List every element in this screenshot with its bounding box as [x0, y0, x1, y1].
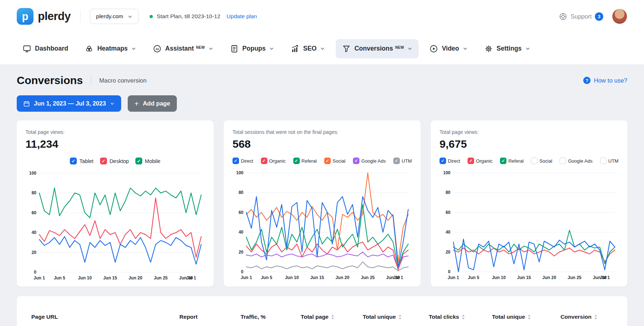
- checkbox-checked-icon[interactable]: ✓: [393, 158, 400, 164]
- support-label: Support: [571, 13, 592, 20]
- filter-label: Organic: [476, 158, 493, 164]
- nav-heatmaps[interactable]: Heatmaps: [79, 40, 142, 58]
- checkbox-checked-icon[interactable]: ✓: [468, 158, 474, 164]
- nav-label: SEO: [303, 45, 317, 52]
- nav-dashboard[interactable]: Dashboard: [17, 40, 74, 58]
- column-total-clicks[interactable]: Total clicks: [416, 314, 478, 320]
- svg-text:60: 60: [446, 210, 451, 215]
- svg-text:Jun 25: Jun 25: [568, 275, 581, 280]
- checkbox-checked-icon[interactable]: ✓: [293, 158, 300, 164]
- checkbox-checked-icon[interactable]: ✓: [324, 158, 331, 164]
- checkbox-checked-icon[interactable]: ✓: [232, 158, 239, 164]
- new-badge: NEW: [196, 45, 205, 49]
- nav-conversions[interactable]: Conversions NEW: [336, 39, 418, 58]
- nav-label: Dashboard: [35, 45, 68, 52]
- nav-assistant[interactable]: AI Assistant NEW: [147, 40, 219, 58]
- column-conversion[interactable]: Conversion: [545, 314, 613, 320]
- funnel-icon: [342, 44, 351, 53]
- column-total-unique[interactable]: Total unique: [351, 314, 413, 320]
- monitor-icon: [23, 44, 31, 53]
- chevron-down-icon: [131, 46, 136, 51]
- checkbox-checked-icon[interactable]: ✓: [500, 158, 506, 164]
- filter-referal[interactable]: ✓Referal: [293, 158, 317, 164]
- user-avatar[interactable]: [612, 9, 627, 24]
- filter-row: ✓Direct✓Organic✓Referal✓Social✓Google Ad…: [232, 158, 412, 164]
- filter-label: UTM: [402, 158, 412, 164]
- filter-social[interactable]: Social: [531, 158, 552, 164]
- chevron-down-icon: [463, 46, 468, 51]
- line-chart: 020406080100Jun 1Jun 5Jun 10Jun 15Jun 20…: [232, 169, 412, 282]
- filter-organic[interactable]: ✓Organic: [261, 158, 286, 164]
- support-button[interactable]: Support 3: [559, 12, 603, 21]
- gear-icon: [484, 44, 493, 53]
- checkbox-unchecked-icon[interactable]: [600, 158, 607, 164]
- question-icon: ?: [583, 77, 591, 84]
- sort-icon: [398, 314, 402, 320]
- filter-organic[interactable]: ✓Organic: [468, 158, 493, 164]
- svg-text:60: 60: [239, 210, 244, 215]
- filter-google-ads[interactable]: Google Ads: [560, 158, 592, 164]
- svg-text:Jun 1: Jun 1: [33, 275, 45, 281]
- how-to-use-link[interactable]: ? How to use?: [583, 77, 627, 84]
- filter-social[interactable]: ✓Social: [324, 158, 345, 164]
- sort-icon: [461, 314, 465, 320]
- filter-label: Social: [539, 158, 552, 164]
- svg-text:80: 80: [32, 190, 37, 195]
- checkbox-checked-icon[interactable]: ✓: [261, 158, 267, 164]
- checkbox-checked-icon[interactable]: ✓: [353, 158, 359, 164]
- filter-google-ads[interactable]: ✓Google Ads: [353, 158, 386, 164]
- nav-label: Video: [442, 45, 459, 52]
- add-page-button[interactable]: + Add page: [128, 95, 176, 112]
- filter-direct[interactable]: ✓Direct: [232, 158, 253, 164]
- nav-popups[interactable]: Popups: [224, 40, 280, 58]
- filter-mobile[interactable]: ✓Mobile: [135, 158, 160, 164]
- checkbox-unchecked-icon[interactable]: [531, 158, 537, 164]
- filter-label: Organic: [269, 158, 286, 164]
- column-total-page[interactable]: Total page: [287, 314, 349, 320]
- svg-text:100: 100: [443, 170, 450, 175]
- date-range-value: Jun 1, 2023 — Jul 3, 2023: [34, 100, 106, 107]
- checkbox-checked-icon[interactable]: ✓: [135, 158, 142, 164]
- svg-text:80: 80: [239, 190, 244, 195]
- filter-referal[interactable]: ✓Referal: [500, 158, 524, 164]
- svg-text:Jun 10: Jun 10: [285, 275, 299, 280]
- checkbox-checked-icon[interactable]: ✓: [440, 158, 446, 164]
- svg-text:0: 0: [34, 270, 36, 275]
- status-dot: [150, 15, 153, 18]
- update-plan-link[interactable]: Update plan: [227, 13, 257, 20]
- card-title: Total sessions that were not on the fina…: [232, 129, 412, 135]
- checkbox-checked-icon[interactable]: ✓: [100, 158, 107, 164]
- column-total-unique-clicks[interactable]: Total unique: [481, 314, 542, 320]
- svg-text:Jun 1: Jun 1: [240, 275, 252, 280]
- filter-tablet[interactable]: ✓Tablet: [70, 158, 94, 164]
- card-total-value: 11,234: [25, 138, 205, 150]
- card-total-value: 568: [232, 138, 412, 150]
- filter-desktop[interactable]: ✓Desktop: [100, 158, 129, 164]
- filter-label: Tablet: [79, 158, 94, 164]
- date-range-picker[interactable]: Jun 1, 2023 — Jul 3, 2023: [17, 95, 121, 112]
- filter-utm[interactable]: ✓UTM: [393, 158, 412, 164]
- site-selector[interactable]: plerdy.com: [90, 9, 139, 24]
- svg-text:0: 0: [241, 269, 243, 274]
- chart-card-sessions-not-final: Total sessions that were not on the fina…: [224, 120, 421, 287]
- checkbox-unchecked-icon[interactable]: [560, 158, 566, 164]
- nav-video[interactable]: Video: [424, 40, 473, 58]
- filter-direct[interactable]: ✓Direct: [440, 158, 460, 164]
- chevron-down-icon: [110, 101, 115, 106]
- nav-seo[interactable]: SEO: [285, 40, 331, 58]
- chevron-down-icon: [128, 14, 132, 19]
- svg-text:Jun 25: Jun 25: [154, 275, 168, 281]
- page-subtitle: Macro conversion: [99, 77, 147, 84]
- chevron-down-icon: [408, 46, 412, 51]
- ai-icon: AI: [153, 44, 162, 53]
- pages-table: Page URL Report Traffic, % Total page To…: [17, 296, 627, 326]
- svg-text:100: 100: [29, 171, 36, 176]
- brand-logo[interactable]: p plerdy: [17, 8, 71, 25]
- svg-text:Jul 1: Jul 1: [393, 275, 404, 280]
- nav-label: Conversions: [354, 45, 393, 52]
- nav-settings[interactable]: Settings: [478, 40, 536, 58]
- filter-utm[interactable]: UTM: [600, 158, 619, 164]
- heatmap-icon: [85, 44, 94, 53]
- controls-row: Jun 1, 2023 — Jul 3, 2023 + Add page: [17, 95, 627, 112]
- checkbox-checked-icon[interactable]: ✓: [70, 158, 77, 164]
